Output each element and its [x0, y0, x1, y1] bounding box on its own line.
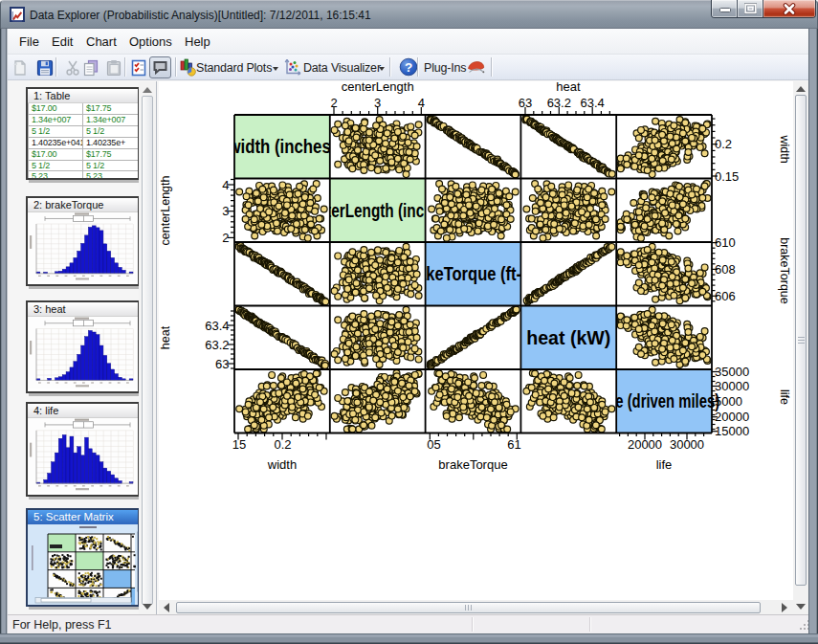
svg-text:life: life [778, 389, 791, 405]
svg-text:35000: 35000 [715, 365, 749, 379]
svg-text:05: 05 [427, 437, 440, 452]
svg-text:61: 61 [507, 437, 520, 452]
svg-text:63: 63 [519, 96, 532, 110]
svg-text:heat (kW): heat (kW) [526, 327, 610, 348]
svg-text:610: 610 [715, 235, 736, 250]
svg-text:heat: heat [556, 81, 581, 94]
svg-text:brakeTorque: brakeTorque [778, 237, 791, 304]
svg-text:15: 15 [232, 437, 246, 452]
svg-text:63.4: 63.4 [205, 319, 229, 333]
svg-text:life: life [656, 457, 673, 472]
svg-text:width: width [778, 134, 791, 163]
svg-text:centerLength: centerLength [159, 175, 172, 245]
svg-text:63.2: 63.2 [205, 338, 229, 352]
svg-text:?: ? [405, 60, 412, 75]
svg-text:heat: heat [159, 325, 172, 349]
svg-text:63.4: 63.4 [581, 96, 605, 110]
svg-text:brakeTorque (ft-lbs): brakeTorque (ft-lbs) [402, 263, 550, 284]
svg-text:20000: 20000 [715, 410, 749, 424]
svg-text:2: 2 [222, 231, 229, 245]
svg-text:width (inches): width (inches) [228, 136, 337, 157]
svg-text:0.2: 0.2 [715, 137, 732, 151]
svg-text:4: 4 [222, 178, 229, 192]
svg-text:20000: 20000 [628, 437, 662, 452]
svg-text:608: 608 [715, 262, 736, 277]
svg-text:63.2: 63.2 [547, 96, 571, 110]
svg-text:30000: 30000 [670, 437, 704, 452]
svg-text:3: 3 [374, 96, 381, 110]
svg-text:606: 606 [715, 289, 736, 303]
svg-text:width: width [267, 457, 297, 472]
svg-text:4: 4 [418, 96, 425, 110]
svg-text:63: 63 [215, 357, 229, 371]
svg-text:0.2: 0.2 [274, 437, 291, 452]
svg-text:brakeTorque: brakeTorque [438, 457, 507, 472]
svg-text:centerLength: centerLength [342, 81, 414, 94]
svg-text:30000: 30000 [715, 379, 749, 393]
svg-text:2: 2 [330, 96, 337, 110]
svg-text:15000: 15000 [715, 424, 749, 438]
svg-text:life (driven miles): life (driven miles) [603, 390, 719, 411]
svg-text:3: 3 [222, 204, 229, 218]
svg-text:0.15: 0.15 [715, 169, 739, 184]
